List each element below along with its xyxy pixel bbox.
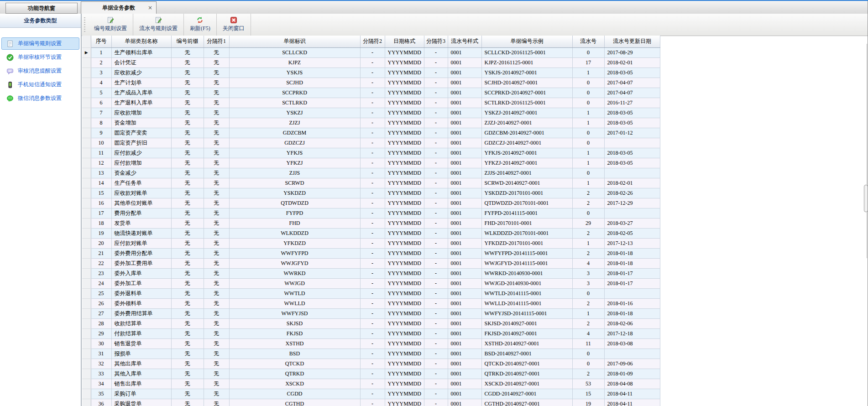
column-header-6[interactable]: 日期格式 <box>385 36 424 47</box>
cell: 无 <box>171 258 204 268</box>
table-row[interactable]: 26委外领料单无无WWLLD-YYYYMMDD-0001WWLLD-201411… <box>82 298 660 308</box>
table-row[interactable]: 7应收款增加无无YSKZJ-YYYYMMDD-0001YSKZJ-2014092… <box>82 108 660 118</box>
tab-function-nav-label: 功能导航窗 <box>28 5 55 11</box>
table-row[interactable]: 20应付款对账单无无YFKDZD-YYYYMMDD-0001YFKDZD-201… <box>82 238 660 248</box>
table-row[interactable]: 31报损单无无BSD-YYYYMMDD-0001BSD-20140927-000… <box>82 349 660 359</box>
table-row[interactable]: 8资金增加无无ZJZJ-YYYYMMDD-0001ZJZJ-20140927-0… <box>82 118 660 128</box>
column-header-1[interactable]: 单据类别名称 <box>111 36 171 47</box>
cell: 无 <box>171 308 204 318</box>
cell: 2018-01-16 <box>604 298 660 308</box>
column-header-11[interactable]: 流水号更新日期 <box>604 36 660 47</box>
sidebar-title: 业务参数类型 <box>0 14 81 28</box>
cell: - <box>360 288 385 298</box>
cell: 无 <box>171 328 204 338</box>
table-row[interactable]: 21委外费用分配单无无WWFYFPD-YYYYMMDD-0001WWFYFPD-… <box>82 248 660 258</box>
cell: 费用分配单 <box>111 208 171 218</box>
table-row[interactable]: ▶1生产领料出库单无无SCLLCKD-YYYYMMDD-0001SCLLCKD-… <box>82 47 660 57</box>
toolbar-button-0[interactable]: 编号规则设置 <box>88 14 133 36</box>
table-row[interactable]: 14生产任务单无无SCRWD-YYYYMMDD-0001SCRWD-201409… <box>82 178 660 188</box>
column-header-3[interactable]: 分隔符1 <box>204 36 229 47</box>
cell: YYYYMMDD <box>385 349 424 359</box>
tab-document-params[interactable]: 单据业务参数 × <box>81 1 157 14</box>
column-header-7[interactable]: 分隔符3 <box>424 36 448 47</box>
table-row[interactable]: 30销售退货单无无XSTHD-YYYYMMDD-0001XSTHD-201409… <box>82 338 660 349</box>
table-row[interactable]: 15应收款对账单无无YSKDZD-YYYYMMDD-0001YSKDZD-201… <box>82 188 660 198</box>
cell: - <box>360 248 385 258</box>
table-row[interactable]: 5生产成品入库单无无SCCPRKD-YYYYMMDD-0001SCCPRKD-2… <box>82 88 660 98</box>
cell: 委外费用分配单 <box>111 248 171 258</box>
sidebar-item-4[interactable]: 微信消息参数设置 <box>1 92 79 104</box>
table-row[interactable]: 11应付款减少无无YFKJS-YYYYMMDD-0001YFKJS-201409… <box>82 148 660 158</box>
cell: 4 <box>91 78 111 88</box>
cell: 0001 <box>448 288 481 298</box>
cell: SCJHD-20140927-0001 <box>481 78 572 88</box>
table-row[interactable]: 9固定资产变卖无无GDZCBM-YYYYMMDD-0001GDZCBM-2014… <box>82 128 660 138</box>
cell: YYYYMMDD <box>385 248 424 258</box>
tab-function-nav[interactable]: 功能导航窗 <box>5 3 78 14</box>
table-row[interactable]: 29付款结算单无无FKJSD-YYYYMMDD-0001FKJSD-201409… <box>82 328 660 338</box>
column-header-5[interactable]: 分隔符2 <box>360 36 385 47</box>
sidebar-item-0[interactable]: 单据编号规则设置 <box>1 37 79 50</box>
table-row[interactable]: 27委外费用结算单无无WWFYJSD-YYYYMMDD-0001WWFYJSD-… <box>82 308 660 318</box>
cell: GDZCBM-20140927-0001 <box>481 128 572 138</box>
cell: 0001 <box>448 138 481 148</box>
column-header-2[interactable]: 编号前缀 <box>171 36 204 47</box>
table-row[interactable]: 6生产退料入库单无无SCTLRKD-YYYYMMDD-0001SCTLRKD-2… <box>82 98 660 108</box>
column-header-8[interactable]: 流水号样式 <box>448 36 481 47</box>
cell: 无 <box>204 369 229 379</box>
column-header-0[interactable]: 序号 <box>91 36 111 47</box>
toolbar-button-label: 刷新(F5) <box>190 25 210 32</box>
table-row[interactable]: 4生产计划单无无SCJHD-YYYYMMDD-0001SCJHD-2014092… <box>82 78 660 88</box>
cell: YFKJS-20140927-0001 <box>481 148 572 158</box>
table-row[interactable]: 36采购退货单无无CGTHD-YYYYMMDD-0001CGTHD-201409… <box>82 399 660 406</box>
table-row[interactable]: 18发货单无无FHD-YYYYMMDD-0001FHD-20170101-000… <box>82 218 660 228</box>
cell: 32 <box>91 359 111 369</box>
toolbar-button-2[interactable]: 刷新(F5) <box>184 14 217 36</box>
table-row[interactable]: 12应付款增加无无YFKZJ-YYYYMMDD-0001YFKZJ-201409… <box>82 158 660 168</box>
table-row[interactable]: 22委外加工费用单无无WWJGFYD-YYYYMMDD-0001WWJGFYD-… <box>82 258 660 268</box>
table-row[interactable]: 33其他入库单无无QTRKD-YYYYMMDD-0001QTRKD-201409… <box>82 369 660 379</box>
close-icon[interactable]: × <box>148 2 152 14</box>
cell: 35 <box>91 389 111 399</box>
vertical-scrollbar-track[interactable] <box>867 44 867 258</box>
cell: 无 <box>171 379 204 389</box>
cell: 固定资产折旧 <box>111 138 171 148</box>
table-row[interactable]: 32其他出库单无无QTCKD-YYYYMMDD-0001QTCKD-201409… <box>82 359 660 369</box>
cell: ZJZJ <box>229 118 360 128</box>
cell: YYYYMMDD <box>385 238 424 248</box>
sidebar-item-1[interactable]: 单据审核环节设置 <box>1 51 79 63</box>
toolbar-button-1[interactable]: 流水号规则设置 <box>133 14 184 36</box>
cell: - <box>424 108 448 118</box>
cell: 18 <box>91 218 111 228</box>
column-header-9[interactable]: 单据编号示例 <box>481 36 572 47</box>
cell: 无 <box>204 399 229 406</box>
table-row[interactable]: 28收款结算单无无SKJSD-YYYYMMDD-0001SKJSD-201409… <box>82 318 660 328</box>
table-row[interactable]: 10固定资产折旧无无GDZCZJ-YYYYMMDD-0001GDZCZJ-201… <box>82 138 660 148</box>
table-row[interactable]: 2会计凭证无无KJPZ-YYYYMMDD-0001KJPZ-20161125-0… <box>82 57 660 68</box>
table-row[interactable]: 3应收款减少无无YSKJS-YYYYMMDD-0001YSKJS-2014092… <box>82 68 660 78</box>
cell: - <box>424 98 448 108</box>
cell: YFKZJ <box>229 158 360 168</box>
row-indicator <box>82 298 91 308</box>
table-row[interactable]: 34销售出库单无无XSCKD-YYYYMMDD-0001XSCKD-201409… <box>82 379 660 389</box>
table-row[interactable]: 23委外入库单无无WWRKD-YYYYMMDD-0001WWRKD-201409… <box>82 268 660 278</box>
table-row[interactable]: 17费用分配单无无FYFPD-YYYYMMDD-0001FYFPD-201411… <box>82 208 660 218</box>
table-row[interactable]: 24委外加工单无无WWJGD-YYYYMMDD-0001WWJGD-201409… <box>82 278 660 288</box>
cell: 收款结算单 <box>111 318 171 328</box>
toolbar-button-3[interactable]: 关闭窗口 <box>217 14 251 36</box>
column-header-4[interactable]: 单据标识 <box>229 36 360 47</box>
table-row[interactable]: 35采购订单无无CGDD-YYYYMMDD-0001CGDD-20140927-… <box>82 389 660 399</box>
sidebar-item-2[interactable]: 审核消息提醒设置 <box>1 65 79 77</box>
table-row[interactable]: 19物流快递对账单无无WLKDDZD-YYYYMMDD-0001WLKDDZD-… <box>82 228 660 238</box>
toolbar-grip-handle[interactable] <box>83 16 87 33</box>
table-row[interactable]: 16其他单位对账单无无QTDWDZD-YYYYMMDD-0001QTDWDZD-… <box>82 198 660 208</box>
column-header-10[interactable]: 流水号 <box>572 36 604 47</box>
cell: 发货单 <box>111 218 171 228</box>
cell: KJPZ-20161125-0001 <box>481 57 572 68</box>
table-row[interactable]: 13资金减少无无ZJJS-YYYYMMDD-0001ZJJS-20140927-… <box>82 168 660 178</box>
toolbar-button-label: 关闭窗口 <box>223 25 245 32</box>
sidebar-item-3[interactable]: 手机短信通知设置 <box>1 78 79 91</box>
cell: 生产成品入库单 <box>111 88 171 98</box>
table-row[interactable]: 25委外退料单无无WWTLD-YYYYMMDD-0001WWTLD-201411… <box>82 288 660 298</box>
row-indicator <box>82 238 91 248</box>
